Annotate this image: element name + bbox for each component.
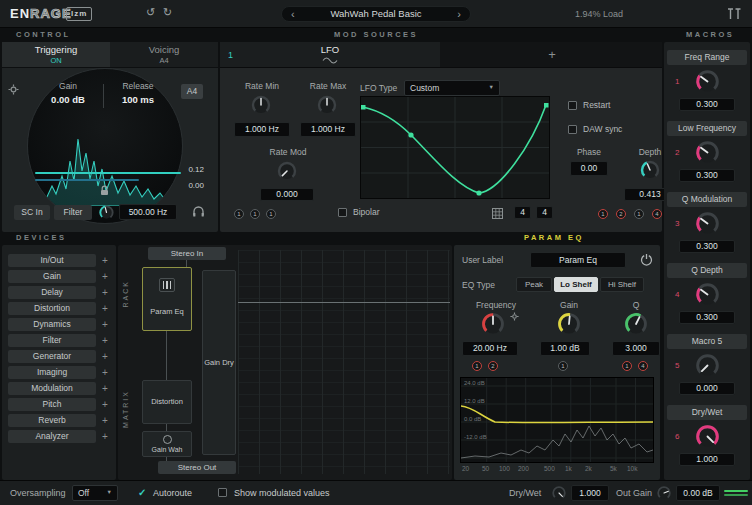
undo-icon[interactable]: ↺ <box>146 7 155 18</box>
macro-knob[interactable] <box>694 68 721 95</box>
gain-value[interactable]: 0.00 dB <box>38 95 98 105</box>
mod-slot[interactable]: 1 <box>622 361 632 371</box>
macro-value[interactable]: 0.300 <box>679 240 735 253</box>
mod-slot[interactable]: 1 <box>234 209 244 219</box>
mod-slot[interactable]: 1 <box>598 209 608 219</box>
sc-in-button[interactable]: SC In <box>14 205 50 220</box>
gain-dry-node[interactable]: Gain Dry <box>202 270 236 455</box>
add-device-button[interactable]: + <box>100 288 110 298</box>
add-device-button[interactable]: + <box>100 352 110 362</box>
macro-label[interactable]: Freq Range <box>667 50 747 65</box>
mod-slot[interactable]: 1 <box>472 361 482 371</box>
restart-checkbox[interactable] <box>568 101 577 110</box>
eq-type-hi-shelf-button[interactable]: Hi Shelf <box>600 277 644 292</box>
macro-value[interactable]: 0.000 <box>679 382 735 395</box>
note-button[interactable]: A4 <box>181 84 203 99</box>
macro-value[interactable]: 0.300 <box>679 169 735 182</box>
stereo-in-node[interactable]: Stereo In <box>148 247 226 260</box>
macro-label[interactable]: Macro 5 <box>667 334 747 349</box>
phase-value[interactable]: 0.00 <box>570 161 608 176</box>
device-reverb[interactable]: Reverb <box>8 414 96 427</box>
mod-slot[interactable]: 1 <box>266 209 276 219</box>
distortion-node[interactable]: Distortion <box>142 380 192 424</box>
release-value[interactable]: 100 ms <box>106 95 170 105</box>
rate-min-knob[interactable] <box>250 94 272 116</box>
filter-frequency-value[interactable]: 500.00 Hz <box>119 204 177 220</box>
release-readout[interactable]: Release 100 ms <box>106 82 170 104</box>
trigger-settings-icon[interactable] <box>8 84 19 95</box>
device-analyzer[interactable]: Analyzer <box>8 430 96 443</box>
grid-x-value[interactable]: 4 <box>514 206 531 219</box>
param-eq-node[interactable]: Param Eq <box>142 267 192 331</box>
add-device-button[interactable]: + <box>100 272 110 282</box>
filter-cutoff-knob[interactable] <box>98 204 115 221</box>
add-device-button[interactable]: + <box>100 320 110 330</box>
frequency-value[interactable]: 20.00 Hz <box>462 341 518 356</box>
lfo-curve-editor[interactable] <box>360 96 550 199</box>
device-distortion[interactable]: Distortion <box>8 302 96 315</box>
gain-wah-node[interactable]: Gain Wah <box>142 431 192 457</box>
device-pitch[interactable]: Pitch <box>8 398 96 411</box>
out-gain-knob[interactable] <box>656 485 672 501</box>
mod-slot[interactable]: 1 <box>634 209 644 219</box>
rate-mod-knob[interactable] <box>276 160 298 182</box>
device-generator[interactable]: Generator <box>8 350 96 363</box>
show-modulated-checkbox[interactable] <box>218 488 227 497</box>
gain-readout[interactable]: Gain 0.00 dB <box>38 82 98 104</box>
stereo-out-node[interactable]: Stereo Out <box>158 461 236 474</box>
device-in-out[interactable]: In/Out <box>8 254 96 267</box>
mod-slot[interactable]: 2 <box>616 209 626 219</box>
power-icon[interactable] <box>640 253 653 266</box>
device-dynamics[interactable]: Dynamics <box>8 318 96 331</box>
out-gain-value[interactable]: 0.00 dB <box>676 485 720 501</box>
macro-label[interactable]: Q Depth <box>667 263 747 278</box>
mod-slot[interactable]: 2 <box>488 361 498 371</box>
redo-icon[interactable]: ↻ <box>163 7 172 18</box>
add-device-button[interactable]: + <box>100 304 110 314</box>
device-filter[interactable]: Filter <box>8 334 96 347</box>
mod-slot[interactable]: 4 <box>652 209 662 219</box>
filter-button[interactable]: Filter <box>54 205 92 220</box>
daw-sync-checkbox[interactable] <box>568 125 577 134</box>
device-imaging[interactable]: Imaging <box>8 366 96 379</box>
routing-matrix-grid[interactable] <box>238 250 450 474</box>
device-delay[interactable]: Delay <box>8 286 96 299</box>
preset-bar[interactable]: ‹ WahWah Pedal Basic › <box>281 6 471 22</box>
show-modulated-label[interactable]: Show modulated values <box>234 489 330 498</box>
frequency-settings-icon[interactable] <box>510 312 519 321</box>
macro-knob[interactable] <box>694 210 721 237</box>
add-device-button[interactable]: + <box>100 384 110 394</box>
lock-icon[interactable] <box>99 185 110 196</box>
dry-wet-knob[interactable] <box>551 485 567 501</box>
add-device-button[interactable]: + <box>100 416 110 426</box>
add-mod-source-button[interactable]: + <box>546 48 558 61</box>
macro-label[interactable]: Low Frequency <box>667 121 747 136</box>
preset-prev-button[interactable]: ‹ <box>291 9 295 20</box>
daw-sync-checkbox-row[interactable]: DAW sync <box>568 125 622 134</box>
q-knob[interactable] <box>623 311 649 337</box>
macro-label[interactable]: Q Modulation <box>667 192 747 207</box>
add-device-button[interactable]: + <box>100 368 110 378</box>
add-device-button[interactable]: + <box>100 256 110 266</box>
preset-name[interactable]: WahWah Pedal Basic <box>330 9 421 19</box>
preset-next-button[interactable]: › <box>457 9 461 20</box>
macro-value[interactable]: 1.000 <box>679 453 735 466</box>
mod-slot[interactable]: 4 <box>638 361 648 371</box>
eq-gain-value[interactable]: 1.00 dB <box>540 341 590 356</box>
add-device-button[interactable]: + <box>100 400 110 410</box>
grid-y-value[interactable]: 4 <box>536 206 553 219</box>
eq-response-graph[interactable]: 24.0 dB 12.0 dB 0.0 dB -12.0 dB <box>460 377 654 463</box>
macro-knob[interactable] <box>694 139 721 166</box>
autoroute-label[interactable]: Autoroute <box>153 489 192 498</box>
rate-max-knob[interactable] <box>316 94 338 116</box>
grid-snap-icon[interactable] <box>492 208 503 219</box>
eq-gain-knob[interactable] <box>556 311 582 337</box>
tab-voicing[interactable]: Voicing A4 <box>110 42 218 67</box>
eq-type-peak-button[interactable]: Peak <box>516 277 552 292</box>
macro-value[interactable]: 0.300 <box>679 311 735 324</box>
device-name-input[interactable]: Param Eq <box>530 252 626 268</box>
add-device-button[interactable]: + <box>100 336 110 346</box>
mod-slot[interactable]: 1 <box>250 209 260 219</box>
headphone-icon[interactable] <box>192 205 205 218</box>
macro-knob[interactable] <box>694 423 721 450</box>
